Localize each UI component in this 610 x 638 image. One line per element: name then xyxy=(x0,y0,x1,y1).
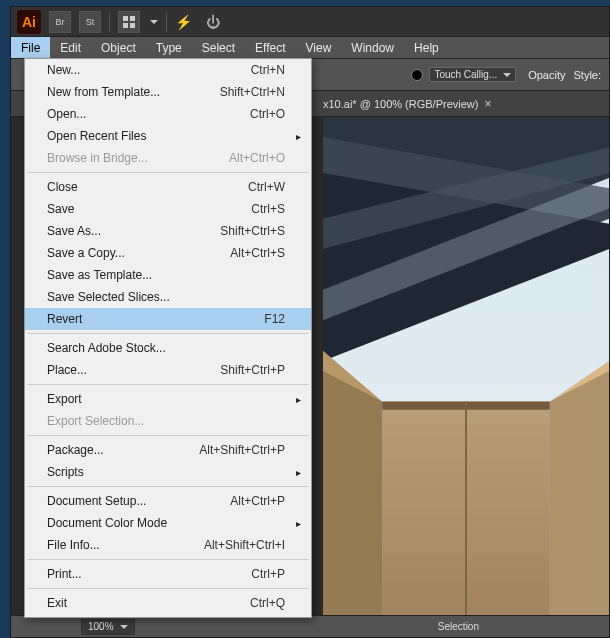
menu-item-label: Save xyxy=(47,202,74,216)
menu-item-package[interactable]: Package...Alt+Shift+Ctrl+P xyxy=(25,439,311,461)
menu-help[interactable]: Help xyxy=(404,37,449,58)
menu-item-shortcut: Alt+Ctrl+O xyxy=(229,151,285,165)
menu-item-save-selected-slices[interactable]: Save Selected Slices... xyxy=(25,286,311,308)
menu-item-label: Save As... xyxy=(47,224,101,238)
menu-item-export[interactable]: Export▸ xyxy=(25,388,311,410)
menu-item-open-recent-files[interactable]: Open Recent Files▸ xyxy=(25,125,311,147)
chevron-right-icon: ▸ xyxy=(296,518,301,529)
file-menu-dropdown: New...Ctrl+NNew from Template...Shift+Ct… xyxy=(24,58,312,618)
menu-item-label: Save a Copy... xyxy=(47,246,125,260)
brush-preset-label: Touch Callig... xyxy=(434,69,497,80)
chevron-right-icon: ▸ xyxy=(296,467,301,478)
menu-item-shortcut: Ctrl+W xyxy=(248,180,285,194)
brush-preset-select[interactable]: Touch Callig... xyxy=(429,67,516,82)
menu-item-label: File Info... xyxy=(47,538,100,552)
menu-item-exit[interactable]: ExitCtrl+Q xyxy=(25,592,311,614)
menu-item-shortcut: Ctrl+P xyxy=(251,567,285,581)
menu-item-label: Browse in Bridge... xyxy=(47,151,148,165)
menu-separator xyxy=(27,172,309,173)
menu-item-label: Close xyxy=(47,180,78,194)
menu-item-label: Print... xyxy=(47,567,82,581)
menu-item-file-info[interactable]: File Info...Alt+Shift+Ctrl+I xyxy=(25,534,311,556)
menu-select[interactable]: Select xyxy=(192,37,245,58)
menu-item-export-selection: Export Selection... xyxy=(25,410,311,432)
status-mode: Selection xyxy=(438,621,479,632)
menu-item-document-color-mode[interactable]: Document Color Mode▸ xyxy=(25,512,311,534)
menu-item-print[interactable]: Print...Ctrl+P xyxy=(25,563,311,585)
menu-item-open[interactable]: Open...Ctrl+O xyxy=(25,103,311,125)
divider xyxy=(166,12,167,32)
menu-item-shortcut: Alt+Shift+Ctrl+P xyxy=(199,443,285,457)
menu-file[interactable]: File xyxy=(11,37,50,58)
menu-item-label: Place... xyxy=(47,363,87,377)
menu-item-place[interactable]: Place...Shift+Ctrl+P xyxy=(25,359,311,381)
brush-swatch[interactable] xyxy=(411,69,423,81)
menu-separator xyxy=(27,486,309,487)
zoom-value: 100% xyxy=(88,621,114,632)
menu-item-shortcut: Shift+Ctrl+N xyxy=(220,85,285,99)
bridge-icon[interactable]: Br xyxy=(49,11,71,33)
menu-item-browse-in-bridge: Browse in Bridge...Alt+Ctrl+O xyxy=(25,147,311,169)
menu-item-revert[interactable]: RevertF12 xyxy=(25,308,311,330)
menu-item-label: Open... xyxy=(47,107,86,121)
menu-item-shortcut: Ctrl+S xyxy=(251,202,285,216)
menu-separator xyxy=(27,384,309,385)
menu-item-save-a-copy[interactable]: Save a Copy...Alt+Ctrl+S xyxy=(25,242,311,264)
menu-separator xyxy=(27,559,309,560)
arrange-icon[interactable] xyxy=(118,11,140,33)
svg-rect-3 xyxy=(130,23,135,28)
menu-item-shortcut: Alt+Shift+Ctrl+I xyxy=(204,538,285,552)
menu-type[interactable]: Type xyxy=(146,37,192,58)
document-tab[interactable]: x10.ai* @ 100% (RGB/Preview) × xyxy=(323,97,491,111)
gpu-icon[interactable]: ⚡ xyxy=(175,14,192,30)
chevron-down-icon[interactable] xyxy=(150,20,158,24)
menu-item-search-adobe-stock[interactable]: Search Adobe Stock... xyxy=(25,337,311,359)
menu-object[interactable]: Object xyxy=(91,37,146,58)
menu-item-label: Document Setup... xyxy=(47,494,146,508)
menu-item-label: Scripts xyxy=(47,465,84,479)
menu-item-save[interactable]: SaveCtrl+S xyxy=(25,198,311,220)
menu-item-label: Search Adobe Stock... xyxy=(47,341,166,355)
zoom-select[interactable]: 100% xyxy=(81,619,135,635)
svg-marker-15 xyxy=(323,371,609,615)
menu-item-label: Save as Template... xyxy=(47,268,152,282)
menu-effect[interactable]: Effect xyxy=(245,37,295,58)
menu-separator xyxy=(27,435,309,436)
menu-item-save-as[interactable]: Save As...Shift+Ctrl+S xyxy=(25,220,311,242)
opacity-label: Opacity xyxy=(528,69,565,81)
menu-view[interactable]: View xyxy=(296,37,342,58)
menu-edit[interactable]: Edit xyxy=(50,37,91,58)
menu-item-new[interactable]: New...Ctrl+N xyxy=(25,59,311,81)
menu-separator xyxy=(27,333,309,334)
menu-separator xyxy=(27,588,309,589)
menu-item-document-setup[interactable]: Document Setup...Alt+Ctrl+P xyxy=(25,490,311,512)
document-image xyxy=(323,117,609,615)
menu-item-shortcut: F12 xyxy=(264,312,285,326)
menu-item-shortcut: Shift+Ctrl+P xyxy=(220,363,285,377)
chevron-right-icon: ▸ xyxy=(296,394,301,405)
power-icon[interactable]: ⏻ xyxy=(206,14,220,30)
menu-item-label: Document Color Mode xyxy=(47,516,167,530)
svg-rect-0 xyxy=(123,16,128,21)
titlebar: Ai Br St ⚡ ⏻ xyxy=(11,7,609,37)
menu-item-scripts[interactable]: Scripts▸ xyxy=(25,461,311,483)
close-icon[interactable]: × xyxy=(484,97,491,111)
menubar: File Edit Object Type Select Effect View… xyxy=(11,37,609,59)
menu-item-label: Package... xyxy=(47,443,104,457)
svg-rect-2 xyxy=(123,23,128,28)
stock-icon[interactable]: St xyxy=(79,11,101,33)
menu-item-label: Save Selected Slices... xyxy=(47,290,170,304)
menu-item-label: Open Recent Files xyxy=(47,129,146,143)
chevron-down-icon xyxy=(120,625,128,629)
divider xyxy=(109,12,110,32)
menu-item-shortcut: Ctrl+O xyxy=(250,107,285,121)
menu-item-save-as-template[interactable]: Save as Template... xyxy=(25,264,311,286)
menu-item-new-from-template[interactable]: New from Template...Shift+Ctrl+N xyxy=(25,81,311,103)
menu-item-label: New... xyxy=(47,63,80,77)
menu-window[interactable]: Window xyxy=(341,37,404,58)
menu-item-label: Revert xyxy=(47,312,82,326)
menu-item-close[interactable]: CloseCtrl+W xyxy=(25,176,311,198)
style-label: Style: xyxy=(573,69,601,81)
statusbar: 100% Selection xyxy=(11,615,609,637)
document-tab-label: x10.ai* @ 100% (RGB/Preview) xyxy=(323,98,478,110)
